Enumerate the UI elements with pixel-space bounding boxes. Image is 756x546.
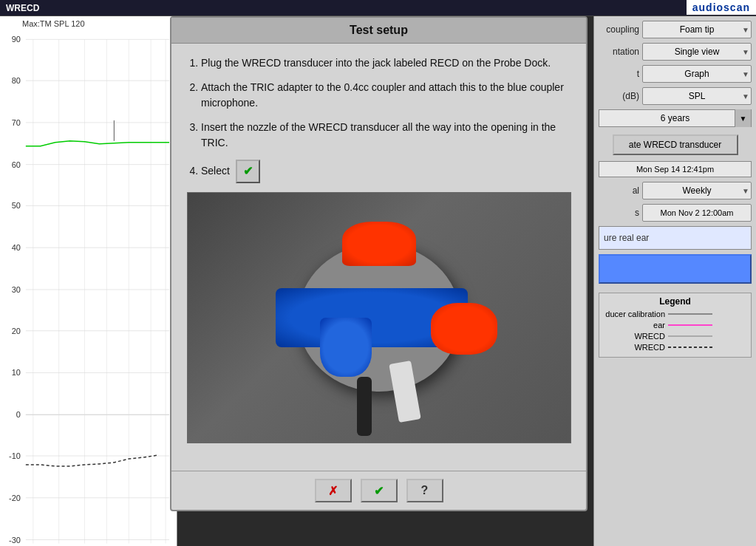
last-cal-row: Mon Sep 14 12:41pm [599,161,752,177]
age-dropdown[interactable]: 6 years ▼ [599,109,752,127]
legend: Legend ducer calibration ear WRECD [599,293,752,358]
next-cal-label: s [599,208,639,218]
coupler-image [187,192,571,443]
unit-arrow: ▼ [742,92,749,100]
unit-value: SPL [689,91,706,101]
graph-area: Max:TM SPL 120 90 80 70 60 50 40 30 20 [0,16,177,546]
next-cal-value: Mon Nov 2 12:00am [642,204,752,222]
check-icon: ✔ [243,165,253,177]
legend-line-white-2 [668,335,712,337]
legend-row-0: ducer calibration [602,310,748,318]
svg-text:0: 0 [16,410,21,419]
svg-rect-0 [0,17,177,545]
right-panel: coupling Foam tip ▼ ntation Single view … [593,16,756,546]
coupling-row: coupling Foam tip ▼ [599,21,752,38]
unit-label: (dB) [599,91,639,101]
test-setup-modal: Test setup Plug the WRECD transducer int… [170,16,588,511]
age-value: 6 years [661,113,689,123]
legend-label-2: WRECD [602,332,665,341]
app-title: WRECD [6,3,39,13]
modal-title: Test setup [171,18,586,44]
coupler-red-top [342,222,416,266]
svg-text:70: 70 [12,118,21,127]
coupler-stem [357,377,372,436]
cancel-button[interactable]: ✗ [315,479,352,502]
mock-image [188,193,571,443]
step-3: Insert the nozzle of the WRECD transduce… [201,120,571,151]
legend-line-3 [668,343,748,352]
step-4: Select ✔ [201,160,571,183]
main-layout: Max:TM SPL 120 90 80 70 60 50 40 30 20 [0,16,756,546]
svg-text:20: 20 [12,327,21,335]
interval-label: al [599,185,639,196]
cancel-icon: ✗ [328,484,338,498]
coupler-cable [389,361,420,423]
display-row: t Graph ▼ [599,65,752,83]
age-arrow[interactable]: ▼ [735,109,751,127]
graph-svg: 90 80 70 60 50 40 30 20 10 0 -10 -20 -30 [0,16,177,546]
legend-line-0 [668,310,748,318]
presentation-arrow: ▼ [742,48,749,56]
real-ear-placeholder: ure real ear [604,233,649,243]
audioscan-logo: audioscan [687,0,756,15]
svg-text:40: 40 [12,243,21,252]
legend-row-1: ear [602,321,748,330]
coupling-select[interactable]: Foam tip ▼ [642,21,752,38]
topbar: WRECD audioscan [0,0,756,16]
display-select[interactable]: Graph ▼ [642,65,752,83]
coupling-value: Foam tip [680,24,715,35]
step-2: Attach the TRIC adapter to the 0.4cc cou… [201,80,571,111]
help-icon: ? [421,484,429,497]
interval-select[interactable]: Weekly ▼ [642,182,752,199]
display-label: t [599,69,639,79]
confirm-icon: ✔ [374,484,384,498]
select-label: Select [201,165,230,177]
legend-row-3: WRECD [602,343,748,352]
calibrate-button[interactable]: ate WRECD transducer [613,134,738,155]
presentation-select[interactable]: Single view ▼ [642,43,752,61]
legend-line-pink-1 [668,324,712,326]
graph-title: Max:TM SPL 120 [22,19,85,28]
svg-text:30: 30 [12,285,21,294]
display-arrow: ▼ [742,70,749,78]
last-cal-value: Mon Sep 14 12:41pm [599,161,752,177]
unit-row: (dB) SPL ▼ [599,87,752,105]
presentation-label: ntation [599,47,639,57]
age-row: 6 years ▼ [599,109,752,127]
legend-line-2 [668,332,748,341]
presentation-value: Single view [675,47,720,57]
unit-select[interactable]: SPL ▼ [642,87,752,105]
real-ear-blue-button[interactable] [599,254,752,284]
help-button[interactable]: ? [406,479,443,502]
coupler-red-right [431,303,497,355]
coupler-blue-bottom [320,318,372,377]
svg-text:60: 60 [12,160,21,169]
coupler-body [298,244,460,392]
legend-label-1: ear [602,321,665,330]
svg-text:10: 10 [12,368,21,377]
display-value: Graph [684,69,709,79]
coupling-arrow: ▼ [742,26,749,34]
coupling-label: coupling [599,24,639,35]
confirm-button[interactable]: ✔ [361,479,398,502]
interval-value: Weekly [682,185,711,196]
modal-overlay: Test setup Plug the WRECD transducer int… [170,16,588,511]
legend-line-solid-0 [668,313,712,315]
svg-text:50: 50 [12,201,21,210]
svg-text:80: 80 [12,76,21,85]
legend-line-1 [668,321,748,330]
svg-text:-10: -10 [9,451,21,460]
select-checkmark-button[interactable]: ✔ [236,160,260,183]
legend-label-3: WRECD [602,343,665,352]
svg-text:90: 90 [12,35,21,44]
interval-row: al Weekly ▼ [599,182,752,199]
interval-arrow: ▼ [742,187,749,195]
legend-row-2: WRECD [602,332,748,341]
next-cal-text: Mon Nov 2 12:00am [660,208,733,217]
presentation-row: ntation Single view ▼ [599,43,752,61]
real-ear-input[interactable]: ure real ear [599,226,752,250]
svg-text:-20: -20 [9,494,21,502]
legend-title: Legend [602,296,748,307]
svg-text:-30: -30 [9,536,21,545]
legend-line-dotted-3 [668,347,712,348]
